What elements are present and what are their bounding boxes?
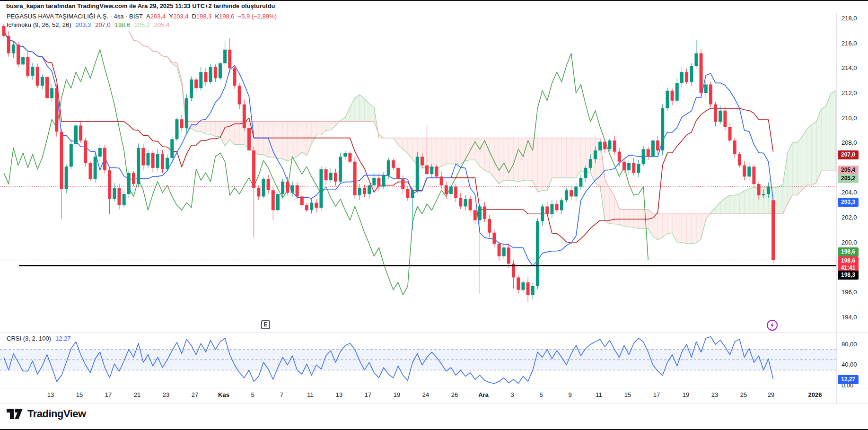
candle-body (700, 53, 703, 93)
candle-body (353, 162, 357, 195)
ichimoku-tenkan-value: 203,3 (76, 21, 91, 28)
ichimoku-cloud-segment (446, 138, 451, 164)
candle-body (406, 189, 409, 198)
ichimoku-cloud-segment (730, 195, 735, 214)
crsi-title[interactable]: CRSI (7, 335, 21, 342)
ichimoku-cloud-segment (201, 122, 206, 134)
price-tick-label: 210,0 (842, 114, 857, 122)
candle-body (382, 176, 386, 187)
candle-body (17, 44, 20, 64)
candle-body (31, 67, 34, 76)
time-tick-label: 15 (76, 391, 83, 398)
ichimoku-cloud-segment (398, 138, 403, 149)
ichimoku-cloud-segment (292, 122, 297, 159)
tradingview-snapshot: { "header": { "attribution": "busra_kapa… (0, 0, 868, 430)
time-tick-label: 23 (711, 391, 718, 398)
candle-body (694, 53, 698, 66)
candle-body (257, 188, 260, 196)
ichimoku-cloud-segment (456, 138, 461, 164)
candle-body (666, 91, 669, 108)
candle-body (372, 178, 376, 185)
candle-body (170, 139, 174, 158)
candle-body (396, 168, 400, 179)
candle-body (709, 84, 712, 104)
candle-body (55, 88, 58, 132)
price-tick-label: 200,0 (842, 239, 857, 246)
ichimoku-cloud-segment (845, 96, 850, 171)
candle-body (757, 184, 761, 195)
time-tick-label: 11 (596, 391, 602, 398)
price-tick-label: 202,0 (842, 214, 857, 221)
tradingview-logo-text: TradingView (27, 408, 86, 420)
ichimoku-cloud-segment (312, 122, 316, 144)
ichimoku-cloud-segment (557, 138, 561, 178)
candle-body (685, 72, 688, 82)
tradingview-logo[interactable]: TradingView (6, 408, 86, 420)
time-tick-label: 5 (251, 391, 254, 398)
candle-body (704, 84, 708, 93)
candle-body (613, 140, 616, 152)
candle-body (647, 149, 650, 157)
candles-layer (2, 24, 775, 302)
symbol-title[interactable]: PEGASUS HAVA TAŞIMACILIĞI A.Ş. · 4sa · B… (7, 13, 143, 20)
ichimoku-senkou-b-value: 205,4 (154, 21, 170, 28)
price-tick-label: 204,0 (842, 189, 857, 196)
price-chart-canvas[interactable] (0, 0, 868, 430)
main-pane[interactable] (2, 24, 868, 302)
crsi-pane[interactable] (0, 337, 836, 384)
candle-body (521, 282, 525, 290)
ichimoku-cloud-segment (831, 91, 836, 171)
ichimoku-cloud-segment (504, 138, 509, 180)
candle-body (272, 190, 275, 210)
ichimoku-cloud-segment (696, 214, 701, 243)
crsi-value: 12,27 (55, 335, 71, 342)
candle-body (88, 163, 92, 179)
ichimoku-legend[interactable]: Ichimoku (9, 26, 52, 26)203,3207,0198,62… (7, 21, 169, 28)
ichimoku-cloud-segment (210, 122, 215, 137)
crsi-legend[interactable]: CRSI (3, 2, 100)12,27 (7, 335, 71, 342)
price-tick-label: 194,0 (842, 314, 857, 321)
ichimoku-cloud-segment (220, 122, 225, 146)
ichimoku-title[interactable]: Ichimoku (7, 21, 31, 28)
candle-body (492, 233, 496, 244)
candle-body (435, 167, 438, 176)
candle-body (560, 200, 563, 210)
ichimoku-cloud-segment (514, 138, 518, 182)
candle-body (123, 194, 126, 205)
candle-body (733, 140, 736, 154)
candle-body (146, 153, 149, 165)
candle-body (531, 286, 535, 295)
candle-body (45, 77, 49, 98)
ichimoku-cloud-segment (485, 138, 490, 172)
ichimoku-cloud-segment (206, 122, 210, 134)
candle-body (252, 150, 255, 188)
candle-body (728, 127, 732, 140)
lightning-icon[interactable] (767, 320, 778, 331)
ichimoku-cloud-segment (552, 138, 557, 178)
time-tick-label: 21 (134, 391, 140, 398)
candle-body (194, 79, 198, 88)
candle-body (598, 142, 602, 150)
earnings-marker[interactable]: E (261, 320, 270, 329)
candle-body (498, 244, 501, 256)
time-tick-label: 15 (624, 391, 631, 398)
ichimoku-cloud-segment (490, 138, 494, 178)
candle-body (473, 210, 477, 220)
candle-body (363, 188, 366, 194)
symbol-legend[interactable]: PEGASUS HAVA TAŞIMACILIĞI A.Ş. · 4sa · B… (7, 13, 277, 20)
candle-body (743, 166, 746, 177)
crsi-tick-label: 40,00 (842, 361, 857, 369)
candle-body (199, 72, 202, 88)
candle-body (671, 91, 674, 101)
crsi-value-badge: 12,27 (838, 375, 859, 384)
candle-body (209, 67, 212, 82)
candle-body (440, 176, 443, 185)
ichimoku-cloud-segment (619, 209, 624, 226)
ichimoku-cloud-segment (624, 210, 629, 227)
candle-body (334, 173, 337, 181)
candle-body (310, 203, 313, 211)
candle-body (675, 83, 679, 101)
time-tick-label: Kas (218, 391, 229, 398)
pane-divider[interactable] (0, 332, 868, 333)
ichimoku-cloud-segment (629, 210, 634, 227)
